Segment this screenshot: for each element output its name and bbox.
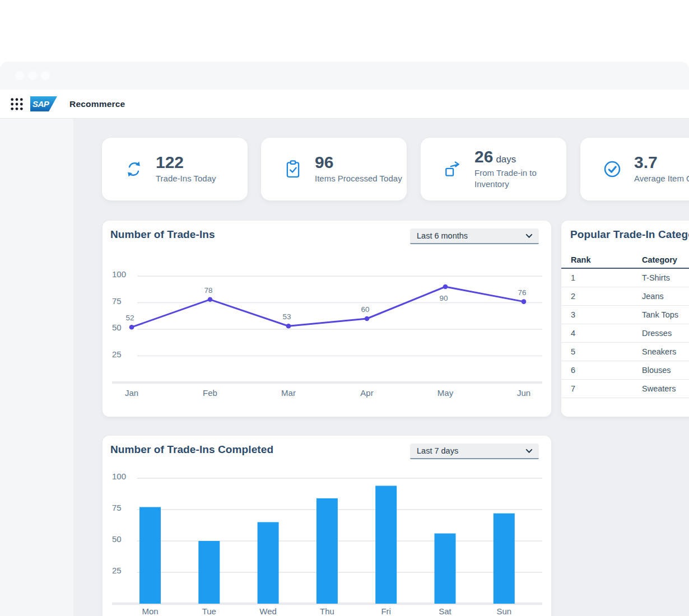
data-point: [129, 325, 134, 330]
table-row: 5Sneakers: [561, 343, 689, 361]
x-tick-label: Tue: [202, 606, 216, 616]
clipboard-check-icon: [283, 160, 302, 179]
selected-period: Last 6 months: [417, 231, 468, 240]
kpi-value: 96: [315, 154, 402, 171]
sap-logo-text: SAP: [30, 99, 49, 109]
cell-rank: 2: [561, 292, 642, 301]
cell-rank: 4: [561, 329, 642, 338]
data-point: [522, 299, 527, 304]
app-launcher-button[interactable]: [9, 96, 25, 112]
y-tick-label: 25: [112, 349, 122, 359]
grid-icon: [10, 97, 24, 111]
kpi-label: Trade-Ins Today: [156, 173, 216, 184]
table-title: Popular Trade-In Categories: [570, 228, 689, 241]
app-header: SAP Recommerce: [0, 90, 689, 119]
bar: [139, 507, 161, 604]
x-tick-label: Fri: [381, 606, 391, 616]
bar-chart-title: Number of Trade-Ins Completed: [110, 444, 273, 456]
kpi-label: Items Processed Today: [315, 173, 402, 184]
kpi-card-trade-ins-today: 122 Trade-Ins Today: [102, 138, 248, 200]
data-point-label: 76: [518, 288, 526, 297]
sync-icon: [124, 160, 143, 179]
kpi-unit: days: [496, 154, 516, 165]
column-header-category: Category: [642, 255, 689, 264]
bar: [494, 514, 515, 604]
y-tick-label: 75: [112, 296, 122, 306]
cell-category: Sweaters: [642, 384, 689, 393]
cell-category: Jeans: [642, 292, 689, 301]
kpi-text: 122 Trade-Ins Today: [156, 154, 216, 184]
app-title: Recommerce: [69, 99, 125, 109]
line-chart: 25507510052Jan78Feb53Mar60Apr90May76Jun: [103, 221, 551, 417]
line-series: [132, 287, 524, 327]
cell-category: Sneakers: [642, 347, 689, 356]
bar: [375, 486, 397, 604]
line-chart-title: Number of Trade-Ins: [110, 228, 215, 241]
bar-chart: 255075100MonTueWedThuFriSatSun: [103, 436, 551, 616]
kpi-card-trade-in-to-inventory: 26days From Trade-in to Inventory: [421, 138, 566, 200]
kpi-text: 3.7 Average Item Quality: [634, 154, 689, 184]
bar: [435, 534, 456, 604]
chevron-down-icon: [525, 232, 533, 240]
data-point-label: 78: [204, 286, 212, 295]
data-point: [286, 324, 291, 329]
table-header-row: Rank Category: [561, 252, 689, 269]
left-side-strip: [0, 119, 73, 616]
kpi-value-number: 26: [474, 147, 493, 166]
y-tick-label: 100: [112, 472, 126, 481]
x-tick-label: Apr: [360, 388, 373, 398]
window-control-dot: [41, 71, 50, 80]
categories-table: Rank Category 1T-Shirts2Jeans3Tank Tops4…: [561, 252, 689, 398]
sap-logo: SAP: [30, 96, 57, 111]
table-row: 3Tank Tops: [561, 306, 689, 324]
window-control-dot: [28, 71, 37, 80]
completed-bar-chart-card: Number of Trade-Ins Completed Last 7 day…: [103, 436, 551, 616]
cell-rank: 7: [561, 384, 642, 393]
kpi-label: Average Item Quality: [634, 173, 689, 184]
cell-category: Tank Tops: [642, 310, 689, 319]
cell-rank: 5: [561, 347, 642, 356]
y-tick-label: 75: [112, 503, 122, 512]
table-row: 2Jeans: [561, 287, 689, 306]
kpi-card-average-quality: 3.7 Average Item Quality: [580, 138, 689, 200]
bar: [198, 541, 220, 604]
data-point-label: 60: [361, 305, 369, 314]
y-tick-label: 50: [112, 534, 122, 544]
data-point: [365, 316, 370, 321]
box-arrow-icon: [443, 160, 462, 179]
data-point-label: 90: [439, 294, 448, 302]
kpi-value: 122: [156, 154, 216, 171]
column-header-rank: Rank: [561, 255, 642, 264]
x-tick-label: Thu: [320, 606, 334, 616]
x-tick-label: Sun: [496, 606, 511, 616]
bar: [258, 522, 279, 604]
line-chart-period-select[interactable]: Last 6 months: [410, 228, 539, 244]
page: SAP Recommerce 122 Trade-Ins Today: [0, 0, 689, 616]
popular-categories-card: Popular Trade-In Categories Rank Categor…: [561, 221, 689, 417]
y-tick-label: 100: [112, 269, 126, 279]
table-row: 7Sweaters: [561, 380, 689, 398]
chevron-down-icon: [525, 447, 533, 455]
window-control-dot: [15, 71, 24, 80]
bar: [316, 498, 338, 604]
check-circle-icon: [603, 160, 622, 179]
x-tick-label: May: [437, 388, 454, 398]
cell-rank: 3: [561, 310, 642, 319]
cell-category: T-Shirts: [642, 273, 689, 282]
data-point-label: 53: [282, 312, 291, 321]
x-tick-label: Jan: [125, 388, 138, 398]
cell-rank: 1: [561, 273, 642, 282]
x-tick-label: Wed: [259, 606, 277, 616]
kpi-text: 96 Items Processed Today: [315, 154, 402, 184]
data-point: [443, 284, 448, 290]
x-tick-label: Feb: [203, 388, 217, 398]
kpi-value: 26days: [474, 148, 560, 165]
trade-ins-line-chart-card: Number of Trade-Ins Last 6 months 255075…: [103, 221, 551, 417]
kpi-label: From Trade-in to Inventory: [474, 167, 560, 190]
bar-chart-period-select[interactable]: Last 7 days: [410, 444, 539, 459]
kpi-text: 26days From Trade-in to Inventory: [474, 148, 560, 190]
data-point: [208, 297, 213, 302]
x-tick-label: Sat: [439, 606, 451, 616]
cell-rank: 6: [561, 366, 642, 375]
x-tick-label: Jun: [517, 388, 530, 398]
